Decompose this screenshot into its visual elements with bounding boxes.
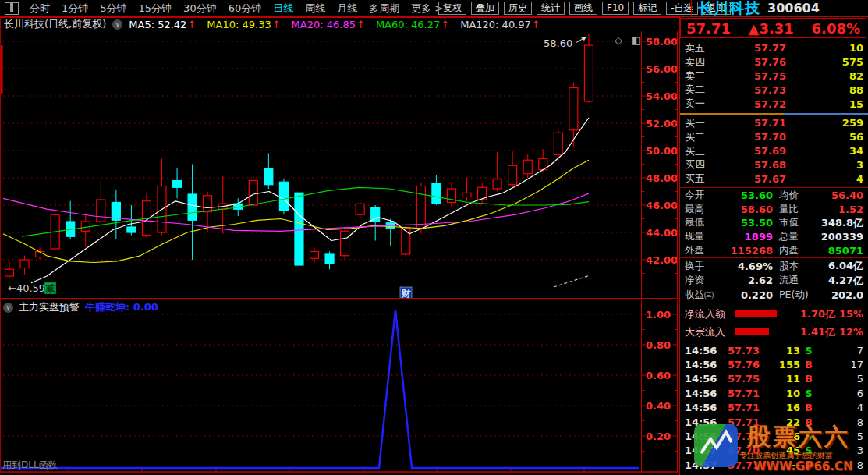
indicator-header: ∨ 主力实盘预警 牛赚乾坤: 0.00: [3, 300, 158, 314]
diamond-icon[interactable]: ◇: [615, 34, 622, 46]
svg-text:0.80: 0.80: [646, 339, 671, 351]
tick-volume: 155: [760, 359, 800, 370]
sell-row-price: 57.77: [719, 42, 786, 54]
sell-row-label: 卖一: [685, 97, 719, 111]
sell-row-price: 57.75: [719, 70, 786, 82]
snapshot-row-label: 现量: [685, 230, 721, 243]
tick-price: 57.71: [716, 388, 760, 399]
period-tab-7[interactable]: 日线: [273, 0, 293, 16]
up-arrow-icon: ↑: [187, 19, 196, 30]
sell-row-volume: 10: [786, 42, 863, 54]
tick-price: 57.75: [716, 373, 760, 385]
sell-row[interactable]: 卖五57.7710: [680, 41, 868, 55]
high-annotation: 58.60: [544, 37, 572, 49]
sell-row[interactable]: 卖二57.7388: [680, 83, 868, 97]
period-tab-3[interactable]: 5分钟: [100, 0, 126, 16]
buy-row[interactable]: 买三57.6934: [680, 144, 868, 158]
snapshot-row-label: 最高: [685, 203, 721, 216]
period-tab-4[interactable]: 15分钟: [139, 0, 172, 16]
tick-count: 4: [817, 402, 863, 413]
sell-row-label: 卖二: [685, 83, 719, 97]
buy-row[interactable]: 买五57.674: [680, 172, 868, 186]
sell-row-volume: 82: [786, 70, 863, 82]
chevron-down-icon[interactable]: ∨: [112, 19, 122, 30]
snapshot-row-label: 外盘: [685, 244, 721, 257]
period-tab-2[interactable]: 1分钟: [62, 0, 88, 16]
toolbar-button-3[interactable]: 历史: [504, 2, 532, 15]
indicator-chart[interactable]: 0.200.400.600.801.00: [0, 300, 679, 473]
buy-row[interactable]: 买二57.7056: [680, 130, 868, 144]
stock-name: 长川科技: [698, 0, 760, 19]
sell-row[interactable]: 卖一57.7215: [680, 97, 868, 111]
snapshot-row-label: 均价: [779, 189, 817, 202]
sell-row-price: 57.72: [719, 98, 786, 110]
snapshot-row: 最低53.50市值348.8亿: [680, 216, 868, 230]
fundamental-row-value: 0.220: [721, 289, 773, 301]
tick-row: 14:5657.7511B5: [680, 372, 868, 386]
toolbar-button-7[interactable]: 标记: [633, 2, 661, 15]
sell-row[interactable]: 卖四57.76575: [680, 55, 868, 69]
quote-panel: 57.71 ▲3.31 6.08% 卖五57.7710卖四57.76575卖三5…: [680, 17, 868, 475]
toolbar-button-5[interactable]: 画线: [569, 2, 597, 15]
divider: [680, 342, 868, 342]
toolbar-button-6[interactable]: F10: [602, 2, 629, 15]
snapshot-row: 最高58.60量比1.52: [680, 203, 868, 217]
buy-row[interactable]: 买四57.683: [680, 158, 868, 172]
ma-label-3: MA20: 46.85↑: [292, 19, 365, 30]
buy-row-label: 买一: [685, 116, 719, 130]
buy-row-label: 买三: [685, 144, 719, 158]
tick-time: 14:56: [685, 373, 716, 385]
up-arrow-icon: ↑: [272, 19, 281, 30]
flow-row: 净流入额1.70亿15%: [680, 305, 868, 323]
window-left-border: [0, 17, 1, 473]
period-tab-10[interactable]: 多周期: [369, 0, 399, 16]
period-tab-5[interactable]: 30分钟: [183, 0, 217, 16]
sell-row-label: 卖五: [685, 41, 719, 55]
snapshot-row-value: 53.50: [721, 217, 773, 229]
buy-row[interactable]: 买一57.71259: [680, 116, 868, 130]
split-pane-icon[interactable]: ◧: [632, 34, 641, 46]
tick-price: 57.76: [716, 359, 760, 370]
flow-pct: 15%: [835, 308, 863, 320]
snapshot-row-value: 115268: [721, 245, 773, 257]
tick-time: 14:56: [685, 359, 716, 370]
toolbar-button-4[interactable]: 统计: [537, 2, 565, 15]
period-tab-1[interactable]: 分时: [30, 0, 50, 16]
buy-row-volume: 4: [786, 173, 863, 185]
period-tab-6[interactable]: 60分钟: [229, 0, 262, 16]
buy-row-price: 57.69: [719, 145, 786, 157]
fundamental-row-value: 4.27亿: [817, 274, 863, 288]
buy-row-label: 买二: [685, 130, 719, 144]
tick-price: 57.73: [716, 345, 760, 356]
fundamentals-grid: 换手4.69%股本6.04亿净资2.62流通4.27亿收益㈢0.220PE(动)…: [680, 259, 868, 303]
panel-divider[interactable]: [0, 298, 679, 299]
buy-row-label: 买五: [685, 172, 719, 186]
divider: [680, 187, 868, 188]
svg-text:0.20: 0.20: [646, 431, 671, 442]
flow-value: 1.70亿: [777, 307, 835, 321]
sell-row-volume: 15: [786, 98, 863, 110]
buy-row-price: 57.70: [719, 131, 786, 143]
watermark: 股票六六 专注股票创造属于您的财富 WWW.GP66.CN: [689, 421, 867, 473]
svg-text:0.40: 0.40: [646, 400, 671, 412]
svg-text:1.00: 1.00: [646, 309, 671, 321]
ma-labels: MA5: 52.42↑MA10: 49.33↑MA20: 46.85↑MA60:…: [129, 19, 540, 30]
toolbar-button-2[interactable]: 叠加: [471, 2, 499, 15]
sell-row[interactable]: 卖三57.7582: [680, 69, 868, 83]
toolbar-button-1[interactable]: 复权: [438, 2, 466, 15]
chevron-down-icon[interactable]: ∨: [3, 303, 13, 313]
period-tab-8[interactable]: 周线: [305, 0, 325, 16]
tick-count: 17: [817, 359, 863, 370]
snapshot-row-value: 56.40: [817, 190, 863, 201]
last-price: 57.71: [686, 20, 731, 37]
buy-row-price: 57.68: [719, 159, 786, 171]
main-candlestick-chart[interactable]: 42.0044.0046.0048.0050.0052.0054.0056.00…: [0, 31, 679, 299]
toolbar-button-8[interactable]: -自选: [666, 2, 697, 15]
tick-volume: 10: [760, 388, 800, 399]
ma-label-text: MA120: 40.97: [460, 19, 531, 30]
ma-label-4: MA60: 46.27↑: [376, 19, 449, 30]
buy-row-volume: 34: [786, 145, 863, 157]
tick-count: 5: [817, 373, 863, 385]
window-layout-icon[interactable]: [5, 2, 19, 15]
period-tab-9[interactable]: 月线: [337, 0, 357, 16]
